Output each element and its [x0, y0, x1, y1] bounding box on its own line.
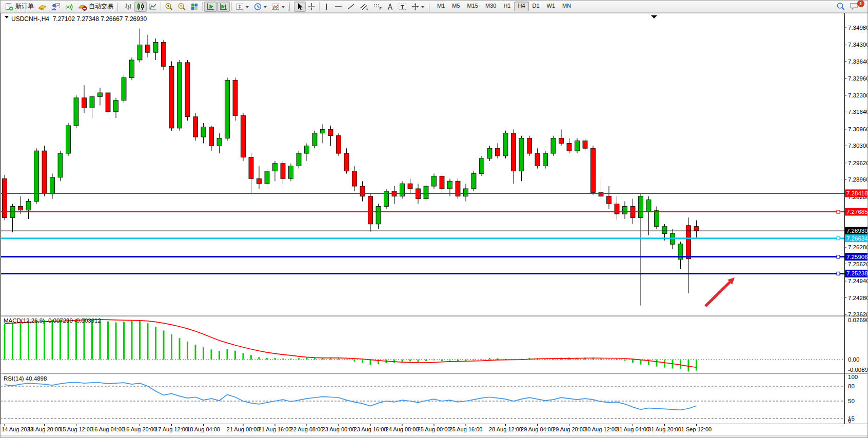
- svg-text:-0.008918: -0.008918: [848, 367, 868, 373]
- channel-icon: [360, 3, 369, 11]
- toolbar-grip: [117, 3, 120, 11]
- svg-text:7.29620: 7.29620: [848, 160, 868, 166]
- macd-value: -0.007290: [46, 317, 73, 324]
- tile-windows-icon: [190, 3, 199, 11]
- chart-symbol-period: USDCNH-,H4: [11, 15, 49, 23]
- chart-menu-collapse-icon[interactable]: [5, 16, 9, 21]
- svg-text:7.25906: 7.25906: [846, 254, 868, 260]
- svg-text:25 Aug 00:00: 25 Aug 00:00: [418, 426, 451, 432]
- periods-button[interactable]: [251, 2, 269, 12]
- text-label-tool-button[interactable]: [396, 2, 409, 12]
- svg-text:7.27685: 7.27685: [846, 209, 868, 215]
- timeframe-button-M15[interactable]: M15: [464, 2, 482, 11]
- svg-text:7.31640: 7.31640: [848, 109, 868, 115]
- new-order-label: 新订单: [15, 2, 34, 11]
- auto-scroll-icon: [206, 3, 215, 11]
- trader-chart-icon: [51, 3, 61, 11]
- svg-text:50: 50: [848, 398, 855, 404]
- signals-button[interactable]: [63, 2, 76, 12]
- price-chart[interactable]: 7.349807.343007.336407.329607.323007.316…: [1, 13, 868, 435]
- crosshair-tool-button[interactable]: [306, 2, 318, 12]
- candlestick-chart-button[interactable]: [134, 2, 147, 12]
- autotrading-icon: [78, 3, 87, 11]
- svg-text:16 Aug 20:00: 16 Aug 20:00: [123, 426, 156, 432]
- chat-button[interactable]: 1: [847, 2, 861, 12]
- timeframe-button-D1[interactable]: D1: [529, 2, 543, 11]
- zoom-in-button[interactable]: [163, 2, 175, 12]
- search-button[interactable]: [834, 2, 847, 12]
- svg-text:7.25238: 7.25238: [846, 270, 868, 276]
- ohlc-open: 7.27102: [53, 15, 75, 23]
- svg-text:7.26930: 7.26930: [846, 228, 868, 234]
- svg-text:7.24280: 7.24280: [848, 295, 868, 301]
- toolbar-separator: [161, 2, 161, 11]
- macd-signal-value: -0.003912: [74, 317, 101, 324]
- svg-text:1 Sep 12:00: 1 Sep 12:00: [681, 426, 712, 432]
- dropdown-arrow-icon: [246, 6, 249, 10]
- indicators-button[interactable]: [233, 2, 251, 12]
- svg-text:29 Aug 20:00: 29 Aug 20:00: [553, 426, 586, 432]
- candlestick-chart-icon: [136, 3, 145, 11]
- timeframe-button-MN[interactable]: MN: [559, 2, 575, 11]
- toolbar-grip: [289, 3, 292, 11]
- cursor-icon: [296, 3, 304, 11]
- macd-panel-label: MACD(12,26,9) -0.007290 -0.003912: [4, 317, 101, 324]
- toolbar-grip: [429, 3, 431, 11]
- horizontal-line-icon: [334, 3, 343, 11]
- svg-text:7.28418: 7.28418: [846, 190, 868, 196]
- templates-button[interactable]: [269, 2, 287, 12]
- indicators-icon: [235, 3, 244, 11]
- timeframe-button-M30[interactable]: M30: [482, 2, 500, 11]
- text-icon: [386, 3, 394, 11]
- vertical-line-icon: [323, 3, 330, 11]
- autotrading-button[interactable]: 自动交易: [76, 2, 115, 12]
- zoom-out-button[interactable]: [175, 2, 188, 12]
- svg-text:7.26634: 7.26634: [846, 235, 868, 242]
- svg-text:7.33640: 7.33640: [848, 58, 868, 65]
- svg-text:14 Aug 20:00: 14 Aug 20:00: [28, 426, 61, 432]
- svg-text:23 Aug 16:00: 23 Aug 16:00: [354, 426, 387, 432]
- terminal-button[interactable]: [49, 2, 63, 12]
- svg-text:15 Aug 12:00: 15 Aug 12:00: [60, 426, 93, 432]
- trendline-tool-button[interactable]: [345, 2, 358, 12]
- search-icon: [836, 2, 845, 11]
- svg-text:100: 100: [848, 374, 858, 380]
- svg-text:7.34300: 7.34300: [848, 42, 868, 48]
- fibonacci-icon: [373, 3, 382, 11]
- horizontal-line-tool-button[interactable]: [332, 2, 345, 12]
- svg-text:18 Aug 04:00: 18 Aug 04:00: [187, 426, 220, 432]
- dropdown-arrow-icon: [264, 6, 267, 10]
- zoom-in-icon: [165, 3, 173, 11]
- zoom-out-icon: [177, 3, 186, 11]
- auto-scroll-button[interactable]: [204, 2, 217, 12]
- tile-windows-button[interactable]: [188, 2, 201, 12]
- templates-icon: [271, 3, 280, 11]
- timeframe-button-H1[interactable]: H1: [500, 2, 514, 11]
- rsi-value: 40.4898: [26, 375, 47, 382]
- timeframe-button-M1[interactable]: M1: [433, 2, 448, 11]
- timeframe-button-W1[interactable]: W1: [543, 2, 559, 11]
- svg-text:23 Aug 00:00: 23 Aug 00:00: [322, 426, 356, 432]
- cursor-tool-button[interactable]: [294, 2, 306, 12]
- status-bar: [1, 435, 868, 438]
- rsi-label: RSI(14): [4, 375, 24, 382]
- bar-chart-button[interactable]: [122, 2, 134, 12]
- new-order-button[interactable]: 新订单: [3, 2, 36, 12]
- svg-text:80: 80: [848, 383, 855, 389]
- vertical-line-tool-button[interactable]: [321, 2, 332, 12]
- market-depth-button[interactable]: [36, 2, 49, 12]
- timeframe-group: M1M5M15M30H1H4D1W1MN: [433, 2, 575, 11]
- svg-text:7.26280: 7.26280: [848, 244, 868, 250]
- toolbar-right-cluster: 1: [834, 2, 866, 12]
- timeframe-button-H4[interactable]: H4: [514, 2, 528, 11]
- timeframe-button-M5[interactable]: M5: [448, 2, 463, 11]
- arrows-tool-button[interactable]: [409, 2, 427, 12]
- svg-text:7.30300: 7.30300: [848, 143, 868, 149]
- line-chart-button[interactable]: [147, 2, 159, 12]
- text-tool-button[interactable]: [384, 2, 396, 12]
- fibonacci-tool-button[interactable]: [371, 2, 384, 12]
- new-order-icon: [5, 3, 14, 11]
- notification-badge: 1: [857, 0, 864, 7]
- chart-shift-button[interactable]: [217, 2, 230, 12]
- equidistant-channel-tool-button[interactable]: [358, 2, 371, 12]
